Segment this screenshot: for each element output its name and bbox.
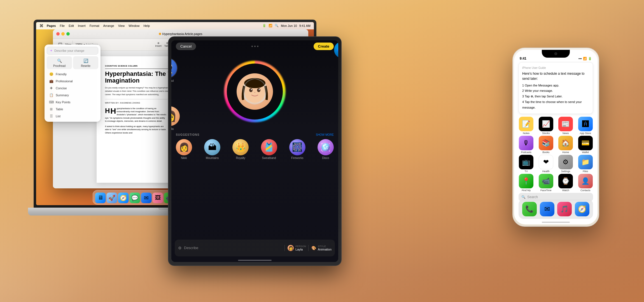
genmoji-face[interactable] bbox=[237, 73, 273, 110]
show-more-button[interactable]: SHOW MORE bbox=[316, 133, 334, 136]
style-icon: 🎨 bbox=[311, 246, 316, 250]
person-title-label: PERSON bbox=[295, 245, 306, 248]
iphone-screen: 9:41 ▪▪▪ 📶 🔋 iPhone User Guide Here's ho… bbox=[514, 50, 598, 224]
menu-arrange[interactable]: Arrange bbox=[103, 24, 114, 27]
svg-point-9 bbox=[249, 88, 253, 92]
space-emoji[interactable]: 🌍 Space bbox=[334, 41, 338, 63]
suggestion-nikki[interactable]: 👩 Nikki bbox=[176, 139, 192, 160]
message-step1: 1 Open the Messages app. bbox=[522, 83, 589, 88]
menu-pages[interactable]: Pages bbox=[47, 24, 56, 27]
menubar-right: 🔋 📶 🔍 Mon Jun 10 9:41 AM bbox=[262, 24, 311, 27]
dock-music[interactable]: 🎵 bbox=[557, 202, 572, 216]
menu-window[interactable]: Window bbox=[129, 24, 139, 27]
suggestion-royalty-label: Royalty bbox=[236, 156, 245, 160]
table-icon: ⊞ bbox=[49, 107, 53, 111]
menu-view[interactable]: View bbox=[118, 24, 125, 27]
app-podcasts[interactable]: 🎙 Podcasts bbox=[517, 136, 535, 154]
option-keypoints[interactable]: ⌨ Key Points bbox=[47, 99, 98, 106]
app-stocks[interactable]: 📈 Stocks bbox=[537, 117, 555, 135]
ipad-body: Cancel Create 🧑‍🚀 Astronaut bbox=[168, 36, 342, 266]
space-label: Space bbox=[334, 59, 338, 63]
menu-edit[interactable]: Edit bbox=[69, 24, 74, 27]
ipad-person-tag[interactable]: 👩 PERSON Layla bbox=[284, 245, 306, 251]
app-news[interactable]: 📰 News bbox=[557, 117, 575, 135]
person-info: PERSON Layla bbox=[295, 245, 306, 251]
writing-tools-options: 😊 Friendly 💼 Professional ✚ Concise bbox=[47, 71, 98, 120]
option-list[interactable]: ☰ List bbox=[47, 113, 98, 120]
message-sender: iPhone User Guide bbox=[522, 66, 589, 70]
dock-photos[interactable]: 🖼 bbox=[153, 193, 163, 203]
suggestion-mountains-img: 🏔 bbox=[204, 139, 220, 155]
iphone-dock: 📞 ✉ 🎵 🧭 bbox=[519, 199, 593, 219]
suggestion-mountains[interactable]: 🏔 Mountains bbox=[204, 139, 220, 160]
menu-insert[interactable]: Insert bbox=[78, 24, 86, 27]
suggestion-mountains-label: Mountains bbox=[206, 156, 219, 160]
layla-emoji[interactable]: 👩 Layla bbox=[171, 106, 180, 130]
rewrite-button[interactable]: 🔄 Rewrite bbox=[73, 56, 98, 69]
menu-file[interactable]: File bbox=[60, 24, 65, 27]
dock-safari[interactable]: 🧭 bbox=[575, 202, 589, 216]
ipad-cancel-button[interactable]: Cancel bbox=[176, 43, 196, 50]
app-appstore[interactable]: 🅰 App Store bbox=[577, 117, 594, 135]
message-step3: 3 Tap ⊕, then tap Send Later. bbox=[522, 94, 589, 99]
astronaut-emoji[interactable]: 🧑‍🚀 Astronaut bbox=[171, 58, 177, 82]
app-findmy[interactable]: 📍 Find My bbox=[517, 174, 535, 192]
ipad-dot-1 bbox=[251, 46, 253, 47]
dock-mail[interactable]: ✉ bbox=[540, 202, 554, 216]
app-contacts[interactable]: 👤 Contacts bbox=[577, 174, 594, 192]
app-wallet[interactable]: 💳 Wallet bbox=[577, 136, 594, 154]
keypoints-label: Key Points bbox=[56, 100, 71, 104]
apple-menu-icon[interactable]: ⌘ bbox=[39, 24, 43, 28]
suggestion-nikki-img: 👩 bbox=[176, 139, 192, 155]
app-facetime[interactable]: 📹 FaceTime bbox=[537, 174, 555, 192]
app-settings[interactable]: ⚙ Settings bbox=[557, 155, 575, 173]
option-friendly[interactable]: 😊 Friendly bbox=[47, 71, 98, 78]
concise-label: Concise bbox=[56, 86, 67, 90]
option-professional[interactable]: 💼 Professional bbox=[47, 78, 98, 85]
concise-icon: ✚ bbox=[49, 86, 53, 90]
proofread-label: Proofread bbox=[53, 64, 66, 67]
menu-help[interactable]: Help bbox=[143, 24, 150, 27]
option-concise[interactable]: ✚ Concise bbox=[47, 85, 98, 92]
menu-format[interactable]: Format bbox=[90, 24, 99, 27]
iphone-status-icons: ▪▪▪ 📶 🔋 bbox=[578, 57, 592, 60]
toolbar-insert[interactable]: ⊕Insert bbox=[155, 41, 162, 48]
imessage-bubble: iPhone User Guide Here's how to schedule… bbox=[519, 62, 593, 114]
dock-phone[interactable]: 📞 bbox=[522, 202, 537, 216]
friendly-icon: 😊 bbox=[49, 72, 53, 76]
ipad-style-tag[interactable]: 🎨 STYLE Animation bbox=[308, 245, 332, 251]
maximize-button[interactable] bbox=[66, 32, 70, 36]
proofread-button[interactable]: 🔍 Proofread bbox=[47, 56, 72, 69]
app-notes[interactable]: 📝 Notes bbox=[517, 117, 535, 135]
close-button[interactable] bbox=[56, 32, 60, 36]
app-tv[interactable]: 📺 TV bbox=[517, 155, 535, 173]
dock-finder[interactable]: 🖥 bbox=[95, 193, 106, 203]
app-watch[interactable]: ⌚ Watch bbox=[557, 174, 575, 192]
style-info: STYLE Animation bbox=[318, 245, 332, 251]
search-icon[interactable]: 🔍 bbox=[275, 24, 279, 27]
app-health[interactable]: ❤ Health bbox=[537, 155, 555, 173]
dock-mail[interactable]: ✉ bbox=[141, 193, 152, 203]
app-home[interactable]: 🏠 Home bbox=[557, 136, 575, 154]
suggestion-disco[interactable]: 🪩 Disco bbox=[318, 139, 334, 160]
dock-launchpad[interactable]: 🚀 bbox=[107, 193, 117, 203]
mac-menubar: ⌘ Pages File Edit Insert Format Arrange … bbox=[36, 22, 314, 29]
app-files[interactable]: 📁 Files bbox=[577, 155, 594, 173]
window-title: Hyperphantasia Article.pages bbox=[162, 32, 202, 36]
describe-change-input[interactable]: ✦ Describe your change bbox=[47, 47, 98, 55]
minimize-button[interactable] bbox=[61, 32, 65, 36]
style-title-label: STYLE bbox=[318, 245, 332, 248]
app-row-2: 🎙 Podcasts 📚 Books 🏠 Home 💳 bbox=[517, 136, 594, 154]
option-summary[interactable]: 📋 Summary bbox=[47, 92, 98, 99]
ipad-describe-input[interactable]: Describe bbox=[184, 246, 282, 250]
style-name-label: Animation bbox=[318, 248, 332, 251]
ipad-create-button[interactable]: Create bbox=[314, 43, 334, 50]
dock-messages[interactable]: 💬 bbox=[130, 193, 140, 203]
suggestion-royalty[interactable]: 👑 Royalty bbox=[232, 139, 249, 160]
suggestion-sweatband[interactable]: 🎽 Sweatband bbox=[261, 139, 277, 160]
app-books[interactable]: 📚 Books bbox=[537, 136, 555, 154]
option-table[interactable]: ⊞ Table bbox=[47, 106, 98, 113]
sparkle-icon: ✦ bbox=[50, 49, 53, 53]
suggestion-fireworks[interactable]: 🎆 Fireworks bbox=[289, 139, 305, 160]
dock-safari[interactable]: 🧭 bbox=[118, 193, 129, 203]
